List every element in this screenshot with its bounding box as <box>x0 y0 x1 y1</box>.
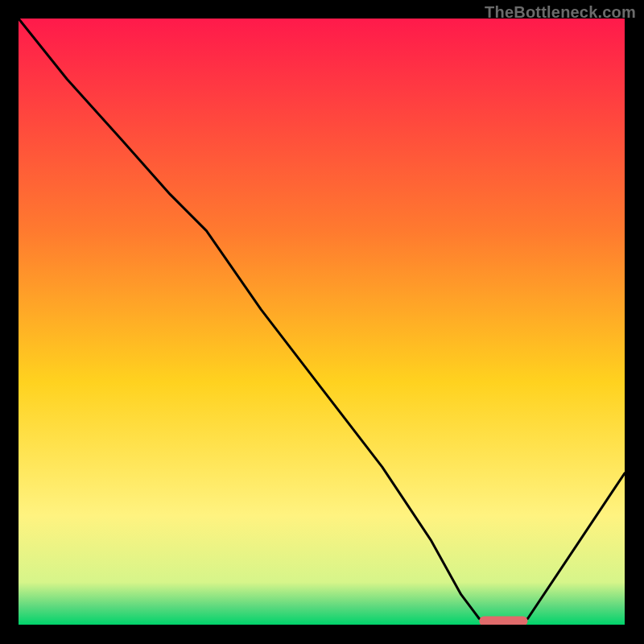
plot-area <box>19 19 625 625</box>
optimal-marker <box>479 617 527 625</box>
gradient-background <box>19 19 625 625</box>
watermark-text: TheBottleneck.com <box>485 3 636 22</box>
chart-svg <box>19 19 625 625</box>
chart-frame: TheBottleneck.com <box>0 0 644 644</box>
